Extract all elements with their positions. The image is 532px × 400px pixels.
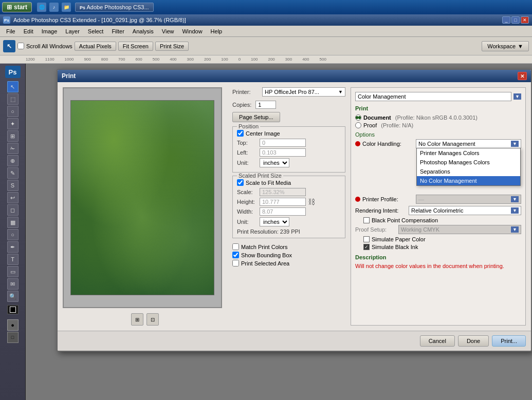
tool-crop[interactable]: ⊞ <box>7 130 19 142</box>
document-radio[interactable] <box>355 115 361 121</box>
dropdown-item-no-color[interactable]: No Color Management <box>417 176 520 185</box>
dialog-close-button[interactable]: ✕ <box>518 72 527 80</box>
black-point-checkbox[interactable] <box>363 217 370 223</box>
cm-dropdown-arrow-icon[interactable]: ▼ <box>513 93 521 100</box>
unit-select[interactable]: inches cm mm <box>260 158 289 167</box>
close-button[interactable]: ✕ <box>521 16 529 24</box>
scroll-all-checkbox[interactable] <box>17 43 24 49</box>
menu-layer[interactable]: Layer <box>61 27 84 35</box>
toolbar: ↖ Scroll All Windows Actual Pixels Fit S… <box>0 37 532 55</box>
scale-to-fit-checkbox[interactable] <box>237 179 244 186</box>
tool-wand[interactable]: ✦ <box>7 118 19 129</box>
print-settings: Printer: HP OfficeJet Pro 87... ▼ Copies… <box>232 87 345 326</box>
workspace-button[interactable]: Workspace ▼ <box>482 41 529 51</box>
ps-taskbar-icon: Ps <box>80 5 85 10</box>
cancel-button[interactable]: Cancel <box>420 335 455 347</box>
page-setup-button[interactable]: Page Setup... <box>232 112 280 122</box>
left-input[interactable] <box>260 148 306 157</box>
tool-stamp[interactable]: S <box>7 180 19 191</box>
menu-image[interactable]: Image <box>38 27 62 35</box>
menu-edit[interactable]: Edit <box>20 27 38 35</box>
print-resolution-text: Print Resolution: 239 PPI <box>237 228 341 235</box>
proof-radio[interactable] <box>355 122 361 128</box>
tool-history[interactable]: ↩ <box>7 192 19 203</box>
document-radio-label: Document <box>363 115 391 121</box>
cm-panel-select[interactable]: Color Management <box>355 92 511 101</box>
menu-file[interactable]: File <box>2 27 20 35</box>
tool-zoom[interactable]: 🔍 <box>7 291 19 302</box>
print-button[interactable]: Print... <box>492 335 526 347</box>
simulate-paper-checkbox[interactable] <box>363 236 370 242</box>
media-icon[interactable]: ♪ <box>49 3 59 12</box>
tool-notes[interactable]: ✉ <box>7 278 19 290</box>
print-preview: ⊞ ⊡ <box>63 87 227 326</box>
tool-heal[interactable]: ⊕ <box>7 155 19 166</box>
link-icon[interactable]: ⛓ <box>308 198 315 206</box>
fit-screen-button[interactable]: Fit Screen <box>118 42 153 51</box>
ie-icon[interactable]: 🌐 <box>37 3 46 12</box>
top-input[interactable] <box>260 139 306 147</box>
proof-setup-select[interactable]: Working CMYK ▼ <box>398 225 521 234</box>
ps-logo: Ps <box>5 66 21 78</box>
done-button[interactable]: Done <box>458 335 489 347</box>
rendering-intent-select[interactable]: Relative Colorimetric ▼ <box>409 206 521 215</box>
tool-text[interactable]: T <box>7 254 19 265</box>
scale-to-fit-row: Scale to Fit Media <box>237 179 341 186</box>
height-input[interactable] <box>260 198 306 206</box>
tool-pen[interactable]: ✒ <box>7 241 19 253</box>
tool-marquee[interactable]: ⬚ <box>7 93 19 105</box>
copies-input[interactable] <box>255 101 276 109</box>
tool-dodge[interactable]: ○ <box>7 229 19 240</box>
scale-input[interactable] <box>260 188 306 196</box>
center-image-checkbox[interactable] <box>237 130 244 137</box>
preview-control-2[interactable]: ⊡ <box>146 313 159 326</box>
preview-control-1[interactable]: ⊞ <box>131 313 143 326</box>
dropdown-item-printer[interactable]: Printer Manages Colors <box>417 148 520 158</box>
color-handling-value: No Color Management <box>418 141 475 147</box>
simulate-paper-row: Simulate Paper Color <box>355 236 521 242</box>
quick-mask[interactable]: ● <box>7 319 19 331</box>
dropdown-item-separations[interactable]: Separations <box>417 167 520 176</box>
color-handling-row: Color Handling: No Color Management ▼ Pr… <box>355 139 521 148</box>
tool-eyedropper[interactable]: ✁ <box>7 143 19 154</box>
top-label: Top: <box>237 140 258 146</box>
tool-brush[interactable]: ✎ <box>7 167 19 179</box>
tool-shape[interactable]: ▭ <box>7 266 19 277</box>
actual-pixels-button[interactable]: Actual Pixels <box>75 42 116 51</box>
show-bounding-checkbox[interactable] <box>232 252 239 258</box>
dropdown-item-photoshop[interactable]: Photoshop Manages Colors <box>417 158 520 167</box>
scaled-unit-select[interactable]: inches cm <box>260 217 289 226</box>
print-selected-checkbox[interactable] <box>232 260 239 266</box>
tool-eraser[interactable]: ◻ <box>7 204 19 216</box>
menu-window[interactable]: Window <box>178 27 206 35</box>
minimize-button[interactable]: _ <box>502 16 510 24</box>
folder-icon[interactable]: 📁 <box>62 3 71 12</box>
foreground-color[interactable] <box>7 305 19 314</box>
tool-move[interactable]: ↖ <box>7 81 19 92</box>
tool-lasso[interactable]: ○ <box>7 106 19 117</box>
center-image-label: Center Image <box>246 130 280 137</box>
simulate-black-checkbox[interactable]: ✓ <box>363 244 370 250</box>
menu-analysis[interactable]: Analysis <box>129 27 158 35</box>
menu-view[interactable]: View <box>158 27 178 35</box>
printer-profile-select[interactable]: — ▼ <box>416 195 521 204</box>
unit-label: Unit: <box>237 160 258 166</box>
plant-photo <box>71 101 214 295</box>
taskbar: ⊞ start 🌐 ♪ 📁 Ps Adobe Photoshop CS3... <box>0 0 532 14</box>
start-button[interactable]: ⊞ start <box>2 2 32 12</box>
document-profile-text: (Profile: Nikon sRGB 4.0.0.3001) <box>395 115 478 121</box>
width-input[interactable] <box>260 207 306 216</box>
menu-filter[interactable]: Filter <box>107 27 128 35</box>
match-print-checkbox[interactable] <box>232 243 239 250</box>
tool-gradient[interactable]: ▦ <box>7 217 19 228</box>
taskbar-app[interactable]: Ps Adobe Photoshop CS3... <box>75 3 154 12</box>
print-size-button[interactable]: Print Size <box>155 42 189 51</box>
printer-select[interactable]: HP OfficeJet Pro 87... ▼ <box>262 87 345 97</box>
proof-setup-arrow-icon: ▼ <box>511 226 519 233</box>
screen-mode[interactable]: □ <box>7 332 19 343</box>
menu-help[interactable]: Help <box>207 27 227 35</box>
maximize-button[interactable]: □ <box>511 16 520 24</box>
menu-select[interactable]: Select <box>84 27 108 35</box>
color-handling-select[interactable]: No Color Management ▼ Printer Manages Co… <box>416 139 521 148</box>
move-tool-icon[interactable]: ↖ <box>3 40 15 52</box>
